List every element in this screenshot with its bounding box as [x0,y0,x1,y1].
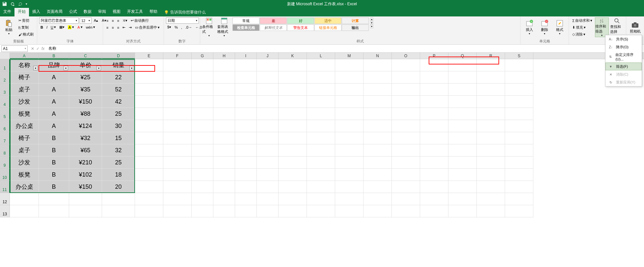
cell[interactable] [420,108,448,120]
cell[interactable]: 品牌▾ [39,59,69,71]
cell[interactable] [335,108,363,120]
cell[interactable]: ¥150 [69,181,102,193]
cell[interactable] [420,157,448,169]
align-left-icon[interactable]: ≡ [105,25,110,30]
cell[interactable] [257,59,279,71]
cell[interactable] [257,193,279,205]
cell[interactable] [192,193,213,205]
cell[interactable] [257,144,279,157]
cell[interactable]: 22 [102,71,135,84]
bold-button[interactable]: B [39,24,44,30]
cell[interactable] [477,157,505,169]
cell[interactable] [163,157,192,169]
cell[interactable] [448,71,477,84]
font-size-combo[interactable]: 12▾ [80,17,92,24]
col-header-E[interactable]: E [135,53,163,59]
cell[interactable] [505,144,533,157]
cell[interactable] [392,108,420,120]
cell[interactable] [420,144,448,157]
cell[interactable] [335,84,363,96]
cell[interactable]: A [39,120,69,132]
cell[interactable] [448,120,477,132]
row-header[interactable]: 3 [0,84,10,96]
cell[interactable] [279,108,307,120]
cell[interactable] [163,71,192,84]
cell[interactable] [213,120,235,132]
cell[interactable] [135,132,163,144]
cell[interactable] [505,120,533,132]
formula-input[interactable]: 名称 [46,46,644,51]
tab-页面布局[interactable]: 页面布局 [43,7,66,16]
cell[interactable] [420,120,448,132]
cell-style[interactable]: 检查单元格 [232,24,259,31]
cell[interactable] [448,108,477,120]
name-box[interactable]: A1▾ [1,45,28,52]
cell[interactable] [392,181,420,193]
cell[interactable]: B [39,169,69,181]
cell[interactable] [69,193,102,205]
menu-item-升序(S)[interactable]: A↓升序(S) [605,35,642,43]
cell[interactable] [102,205,135,217]
cell[interactable] [505,169,533,181]
cell[interactable] [192,71,213,84]
cell[interactable]: ¥25 [69,71,102,84]
cell[interactable] [448,157,477,169]
cell[interactable] [192,181,213,193]
style-more-icon[interactable]: ▾ [370,25,373,28]
cell[interactable]: 沙发 [10,96,39,108]
redo-icon[interactable] [18,1,23,7]
cell[interactable] [235,71,257,84]
row-header[interactable]: 11 [0,181,10,193]
cell[interactable] [192,59,213,71]
cell[interactable] [213,71,235,84]
cell[interactable] [335,169,363,181]
cell[interactable] [279,193,307,205]
row-header[interactable]: 6 [0,120,10,132]
cell[interactable] [307,96,335,108]
cell[interactable] [235,181,257,193]
cell[interactable] [505,84,533,96]
cell[interactable] [279,59,307,71]
cell[interactable]: 板凳 [10,169,39,181]
cell[interactable] [257,169,279,181]
cell[interactable]: 椅子 [10,132,39,144]
copy-button[interactable]: ⎘复制 [17,24,35,31]
cell-style[interactable]: 适中 [314,17,341,24]
cell[interactable] [213,157,235,169]
cell[interactable]: 销量▾ [102,59,135,71]
cell[interactable] [39,193,69,205]
cell[interactable] [335,144,363,157]
menu-item-降序(O)[interactable]: Z↓降序(O) [605,43,642,51]
cell[interactable] [235,59,257,71]
cell[interactable] [163,120,192,132]
cell[interactable]: B [39,157,69,169]
font-color-button[interactable]: A▾ [76,24,84,30]
cell[interactable] [392,132,420,144]
enter-icon[interactable]: ✓ [36,46,40,51]
cell[interactable] [235,169,257,181]
cell[interactable] [10,205,39,217]
cell[interactable] [335,96,363,108]
cell[interactable] [363,193,392,205]
col-header-K[interactable]: K [279,53,307,59]
cell[interactable]: ¥35 [69,84,102,96]
cell[interactable] [477,144,505,157]
cell[interactable] [505,132,533,144]
cell[interactable]: ¥102 [69,169,102,181]
cell[interactable] [213,59,235,71]
cell[interactable] [335,205,363,217]
cell[interactable] [279,84,307,96]
cell[interactable]: ¥210 [69,157,102,169]
save-icon[interactable] [2,1,7,7]
cell[interactable] [477,59,505,71]
cell[interactable] [335,59,363,71]
cell[interactable] [135,59,163,71]
cell[interactable] [163,59,192,71]
cell[interactable] [192,120,213,132]
cell[interactable] [10,193,39,205]
cell[interactable] [307,169,335,181]
align-right-icon[interactable]: ≡ [116,25,121,30]
cell[interactable] [307,193,335,205]
clear-button[interactable]: ◇ 清除▾ [571,31,594,37]
cell[interactable] [135,144,163,157]
